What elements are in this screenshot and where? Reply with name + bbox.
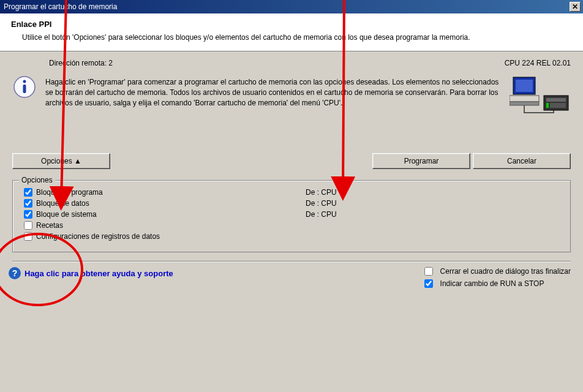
- checkbox-system-block[interactable]: [24, 210, 32, 219]
- footer-checks: Cerrar el cuadro de diálogo tras finaliz…: [424, 267, 571, 288]
- footer-row: ? Haga clic para obtener ayuda y soporte…: [0, 262, 583, 290]
- option-row-recipes: Recetas: [24, 221, 559, 230]
- option-row-datalog-config: Configuraciones de registros de datos: [24, 232, 559, 241]
- help-text: Haga clic para obtener ayuda y soporte: [24, 269, 173, 278]
- svg-rect-10: [550, 103, 566, 108]
- options-legend: Opciones: [19, 176, 55, 184]
- device-graphic-icon: [510, 75, 571, 130]
- close-icon: ✕: [572, 2, 578, 11]
- info-panel: Haga clic en 'Programar' para comenzar a…: [0, 71, 583, 136]
- options-button[interactable]: Opciones ▲: [12, 153, 110, 169]
- dialog-content: Enlace PPI Utilice el botón 'Opciones' p…: [0, 13, 583, 290]
- header-title: Enlace PPI: [11, 20, 572, 29]
- svg-rect-9: [546, 103, 549, 108]
- svg-rect-8: [546, 98, 566, 102]
- window-title: Programar el cartucho de memoria: [2, 2, 117, 11]
- option-label: Recetas: [36, 221, 306, 230]
- header-description: Utilice el botón 'Opciones' para selecci…: [22, 32, 572, 42]
- button-row: Opciones ▲ Programar Cancelar: [0, 136, 583, 180]
- header-section: Enlace PPI Utilice el botón 'Opciones' p…: [0, 13, 583, 51]
- option-row-system-block: Bloque de sistema De : CPU: [24, 210, 559, 219]
- option-source: De : CPU: [306, 210, 337, 219]
- instructions-text: Haga clic en 'Programar' para comenzar a…: [45, 75, 501, 108]
- info-icon: [12, 75, 37, 99]
- svg-rect-2: [23, 85, 26, 93]
- help-icon: ?: [9, 267, 21, 279]
- close-button[interactable]: ✕: [570, 2, 581, 12]
- svg-rect-4: [516, 80, 533, 92]
- program-button[interactable]: Programar: [372, 153, 470, 169]
- option-label: Bloque de datos: [36, 199, 306, 208]
- checkbox-recipes[interactable]: [24, 221, 32, 230]
- checkbox-datalog-config[interactable]: [24, 232, 32, 241]
- option-label: Bloque de programa: [36, 188, 306, 197]
- checkbox-data-block[interactable]: [24, 199, 32, 208]
- checkbox-run-stop[interactable]: [424, 279, 433, 288]
- svg-point-1: [23, 80, 26, 83]
- svg-rect-6: [510, 102, 539, 105]
- option-source: De : CPU: [306, 199, 337, 208]
- option-row-program-block: Bloque de programa De : CPU: [24, 188, 559, 197]
- footer-check-label: Indicar cambio de RUN a STOP: [440, 279, 544, 288]
- option-label: Bloque de sistema: [36, 210, 306, 219]
- footer-check-close-dialog: Cerrar el cuadro de diálogo tras finaliz…: [424, 267, 571, 276]
- footer-check-label: Cerrar el cuadro de diálogo tras finaliz…: [440, 267, 571, 276]
- options-fieldset: Opciones Bloque de programa De : CPU Blo…: [12, 180, 571, 252]
- cancel-button[interactable]: Cancelar: [473, 153, 571, 169]
- remote-address-label: Dirección remota: 2: [49, 59, 113, 67]
- option-source: De : CPU: [306, 188, 337, 197]
- svg-rect-5: [510, 96, 539, 102]
- footer-check-run-stop: Indicar cambio de RUN a STOP: [424, 279, 571, 288]
- checkbox-program-block[interactable]: [24, 188, 32, 197]
- action-buttons: Programar Cancelar: [372, 153, 571, 169]
- checkbox-close-after[interactable]: [424, 267, 433, 276]
- option-label: Configuraciones de registros de datos: [36, 232, 306, 241]
- cpu-model-label: CPU 224 REL 02.01: [505, 59, 571, 67]
- info-row: Dirección remota: 2 CPU 224 REL 02.01: [0, 51, 583, 71]
- option-row-data-block: Bloque de datos De : CPU: [24, 199, 559, 208]
- titlebar: Programar el cartucho de memoria ✕: [0, 0, 583, 13]
- help-link[interactable]: ? Haga clic para obtener ayuda y soporte: [9, 267, 173, 279]
